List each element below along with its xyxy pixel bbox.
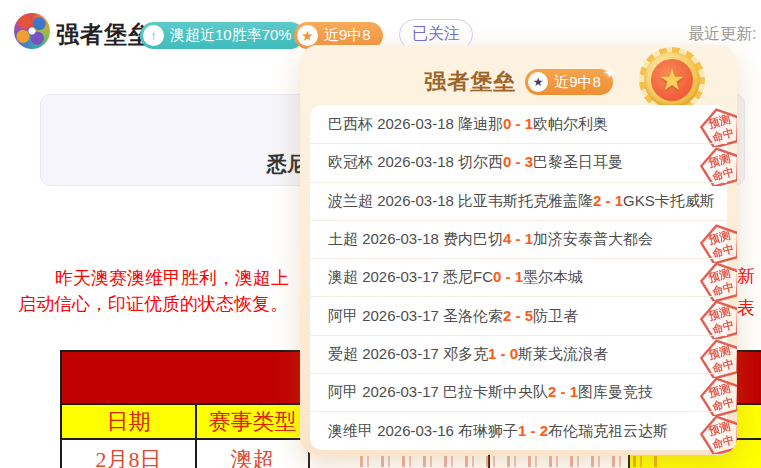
screen: 强者堡垒 ↑ 澳超近10胜率70% ★ 近9中8 已关注 最近更新: 悉尼 昨天… <box>0 0 761 468</box>
popup-streak-badge: ★ 近9中8 <box>525 69 613 95</box>
svg-text:命中: 命中 <box>710 242 735 260</box>
prediction-hit-stamp-icon: 预测 命中 <box>699 414 737 454</box>
record-row: 波兰超 2026-03-18 比亚韦斯托克雅盖隆2 - 1GKS卡托威斯 <box>310 182 727 220</box>
star-icon: ★ <box>528 72 548 92</box>
prediction-hit-stamp-icon: 预测 命中 <box>699 146 737 186</box>
record-row: 澳超 2026-03-17 悉尼FC0 - 1墨尔本城 预测 命中 <box>310 258 727 296</box>
record-text: 澳维甲 2026-03-16 布琳狮子1 - 2布伦瑞克祖云达斯 <box>328 422 668 441</box>
gold-medal-icon: ★ <box>639 47 705 113</box>
record-score: 4 - 1 <box>503 230 533 247</box>
avatar[interactable] <box>14 13 50 49</box>
svg-text:预测: 预测 <box>706 343 731 361</box>
record-text: 波兰超 2026-03-18 比亚韦斯托克雅盖隆2 - 1GKS卡托威斯 <box>328 192 715 211</box>
record-text: 土超 2026-03-18 费内巴切4 - 1加济安泰普大都会 <box>328 230 653 249</box>
record-score: 1 - 2 <box>518 422 548 439</box>
record-text: 阿甲 2026-03-17 圣洛伦索2 - 5防卫者 <box>328 307 578 326</box>
svg-text:命中: 命中 <box>710 165 735 183</box>
svg-text:预测: 预测 <box>706 152 731 170</box>
record-row: 阿甲 2026-03-17 圣洛伦索2 - 5防卫者 预测 命中 <box>310 296 727 334</box>
star-icon: ★ <box>297 25 318 46</box>
record-text: 巴西杯 2026-03-18 隆迪那0 - 1欧帕尔利奥 <box>328 115 608 134</box>
record-score: 0 - 3 <box>503 153 533 170</box>
record-text: 欧冠杯 2026-03-18 切尔西0 - 3巴黎圣日耳曼 <box>328 153 623 172</box>
popup-streak-badge-label: 近9中8 <box>554 73 601 92</box>
svg-text:命中: 命中 <box>710 433 735 451</box>
analysis-text-line2-fragment: 表 <box>737 296 755 320</box>
svg-text:预测: 预测 <box>706 382 731 400</box>
svg-text:预测: 预测 <box>706 113 731 131</box>
svg-text:命中: 命中 <box>710 126 735 144</box>
prediction-hit-stamp-icon: 预测 命中 <box>699 107 737 147</box>
record-score: 1 - 0 <box>488 345 518 362</box>
prediction-hit-stamp-icon: 预测 命中 <box>699 261 737 301</box>
clipped-background-text <box>360 456 660 467</box>
prediction-hit-stamp-icon: 预测 命中 <box>699 338 737 378</box>
up-arrow-icon: ↑ <box>143 25 164 46</box>
winrate-badge-label: 澳超近10胜率70% <box>170 26 292 45</box>
prediction-hit-stamp-icon: 预测 命中 <box>699 223 737 263</box>
svg-text:命中: 命中 <box>710 395 735 413</box>
svg-text:预测: 预测 <box>706 305 731 323</box>
record-text: 阿甲 2026-03-17 巴拉卡斯中央队2 - 1图库曼竞技 <box>328 383 653 402</box>
streak-badge-label: 近9中8 <box>324 26 371 45</box>
record-row: 爱超 2026-03-17 邓多克1 - 0斯莱戈流浪者 预测 命中 <box>310 335 727 373</box>
record-row: 澳维甲 2026-03-16 布琳狮子1 - 2布伦瑞克祖云达斯 预测 命中 <box>310 411 727 449</box>
record-row: 巴西杯 2026-03-18 隆迪那0 - 1欧帕尔利奥 预测 命中 <box>310 105 727 143</box>
svg-text:预测: 预测 <box>706 228 731 246</box>
svg-text:命中: 命中 <box>710 280 735 298</box>
svg-text:命中: 命中 <box>710 319 735 337</box>
analysis-text-line2: 启动信心，印证优质的状态恢复。 <box>18 292 288 316</box>
svg-text:命中: 命中 <box>710 357 735 375</box>
table-cell-date: 2月8日 <box>60 440 197 468</box>
svg-text:预测: 预测 <box>706 267 731 285</box>
table-header-league: 赛事类型 <box>197 403 310 440</box>
analysis-text-line1: 昨天澳赛澳维甲胜利，澳超上 <box>55 266 289 290</box>
table-header-date: 日期 <box>60 403 197 440</box>
record-score: 2 - 1 <box>548 383 578 400</box>
record-score: 0 - 1 <box>503 115 533 132</box>
sparkle-icon: ✦ <box>603 63 616 82</box>
record-list: 巴西杯 2026-03-18 隆迪那0 - 1欧帕尔利奥 预测 命中 欧冠杯 2… <box>310 105 727 450</box>
record-row: 欧冠杯 2026-03-18 切尔西0 - 3巴黎圣日耳曼 预测 命中 <box>310 143 727 181</box>
table-cell-league: 澳超 <box>197 440 310 468</box>
page-title: 强者堡垒 <box>56 19 152 50</box>
record-row: 阿甲 2026-03-17 巴拉卡斯中央队2 - 1图库曼竞技 预测 命中 <box>310 373 727 411</box>
record-row: 土超 2026-03-18 费内巴切4 - 1加济安泰普大都会 预测 命中 <box>310 220 727 258</box>
winrate-badge: ↑ 澳超近10胜率70% <box>140 22 304 49</box>
analysis-text-line1-fragment: 新 <box>737 264 755 288</box>
record-text: 澳超 2026-03-17 悉尼FC0 - 1墨尔本城 <box>328 268 583 287</box>
last-update-label: 最近更新: <box>688 24 756 45</box>
svg-text:预测: 预测 <box>706 420 731 438</box>
record-score: 0 - 1 <box>493 268 523 285</box>
record-score: 2 - 1 <box>593 192 623 209</box>
record-popup: 强者堡垒 ★ 近9中8 ✦ ✦ ✦ ★ 巴西杯 2026-03-18 隆迪那0 … <box>300 45 737 455</box>
record-text: 爱超 2026-03-17 邓多克1 - 0斯莱戈流浪者 <box>328 345 608 364</box>
record-score: 2 - 5 <box>503 307 533 324</box>
prediction-hit-stamp-icon: 预测 命中 <box>699 299 737 339</box>
prediction-hit-stamp-icon: 预测 命中 <box>699 376 737 416</box>
popup-title: 强者堡垒 <box>424 67 516 97</box>
